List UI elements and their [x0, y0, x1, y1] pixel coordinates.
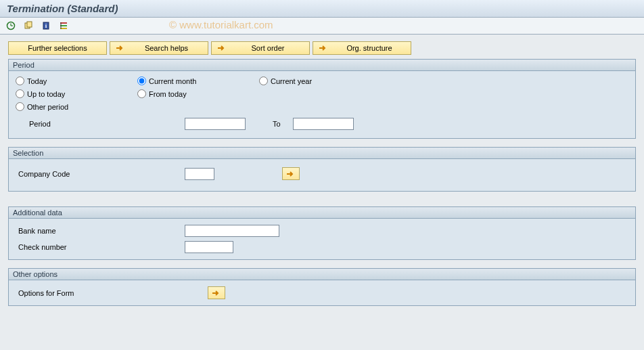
- org-structure-label: Org. structure: [332, 44, 407, 52]
- radio-current-year[interactable]: Current year: [259, 76, 381, 85]
- other-legend: Other options: [8, 268, 636, 280]
- selection-body: Company Code: [8, 159, 636, 192]
- period-group: Period Today Current month Current year …: [8, 59, 636, 139]
- further-selections-label: Further selections: [13, 44, 102, 52]
- other-body: Options for Form: [8, 280, 636, 306]
- arrow-right-icon: [114, 43, 127, 53]
- radio-up-to-today[interactable]: Up to today: [16, 89, 137, 98]
- period-from-label: Period: [16, 120, 185, 128]
- bank-name-input[interactable]: [185, 225, 279, 237]
- structure-icon[interactable]: [57, 20, 70, 32]
- info-icon[interactable]: i: [39, 20, 53, 32]
- content-area: Further selections Search helps Sort ord…: [0, 35, 644, 321]
- radio-other-period-input[interactable]: [16, 102, 24, 111]
- radio-current-year-label: Current year: [271, 77, 312, 85]
- bank-name-label: Bank name: [16, 227, 185, 235]
- radio-current-year-input[interactable]: [259, 76, 268, 85]
- arrow-right-icon: [317, 43, 329, 53]
- radio-today-input[interactable]: [16, 76, 24, 85]
- radio-from-today-input[interactable]: [137, 89, 146, 98]
- period-legend: Period: [8, 59, 636, 71]
- period-to-input[interactable]: [293, 118, 354, 130]
- radio-other-period-label: Other period: [27, 103, 68, 111]
- selection-group: Selection Company Code: [8, 147, 636, 192]
- radio-up-to-today-label: Up to today: [27, 90, 65, 98]
- sort-order-button[interactable]: Sort order: [211, 41, 310, 55]
- radio-today-label: Today: [27, 77, 47, 85]
- other-options-group: Other options Options for Form: [8, 268, 636, 306]
- additional-body: Bank name Check number: [8, 219, 636, 260]
- radio-current-month[interactable]: Current month: [137, 76, 259, 85]
- arrow-right-icon: [212, 290, 221, 297]
- check-number-label: Check number: [16, 243, 185, 251]
- company-code-multiselect-button[interactable]: [282, 167, 300, 180]
- org-structure-button[interactable]: Org. structure: [313, 41, 411, 55]
- period-body: Today Current month Current year Up to t…: [8, 71, 636, 139]
- additional-legend: Additional data: [8, 206, 636, 219]
- further-selections-button[interactable]: Further selections: [8, 41, 107, 55]
- watermark-text: © www.tutorialkart.com: [169, 19, 273, 30]
- execute-icon[interactable]: [4, 20, 18, 32]
- period-from-input[interactable]: [185, 118, 246, 130]
- arrow-right-icon: [286, 171, 296, 177]
- radio-current-month-label: Current month: [149, 77, 196, 85]
- radio-current-month-input[interactable]: [137, 76, 146, 85]
- variant-icon[interactable]: [22, 20, 35, 32]
- radio-up-to-today-input[interactable]: [16, 89, 24, 98]
- radio-from-today-label: From today: [149, 90, 187, 98]
- arrow-right-icon: [216, 43, 228, 53]
- sort-order-label: Sort order: [231, 44, 305, 52]
- svg-rect-4: [27, 22, 32, 27]
- radio-other-period[interactable]: Other period: [16, 102, 137, 111]
- app-toolbar: i © www.tutorialkart.com: [0, 18, 644, 35]
- radio-from-today[interactable]: From today: [137, 89, 259, 98]
- options-form-button[interactable]: [208, 286, 225, 299]
- window-title: Termination (Standard): [0, 0, 644, 18]
- selection-legend: Selection: [8, 147, 636, 159]
- period-to-label: To: [273, 120, 281, 128]
- company-code-input[interactable]: [185, 168, 214, 180]
- search-helps-button[interactable]: Search helps: [110, 41, 208, 55]
- check-number-input[interactable]: [185, 241, 233, 253]
- search-helps-label: Search helps: [129, 44, 204, 52]
- company-code-label: Company Code: [16, 170, 185, 178]
- action-button-row: Further selections Search helps Sort ord…: [8, 41, 636, 55]
- options-form-label: Options for Form: [16, 289, 185, 297]
- radio-today[interactable]: Today: [16, 76, 137, 85]
- additional-data-group: Additional data Bank name Check number: [8, 206, 636, 260]
